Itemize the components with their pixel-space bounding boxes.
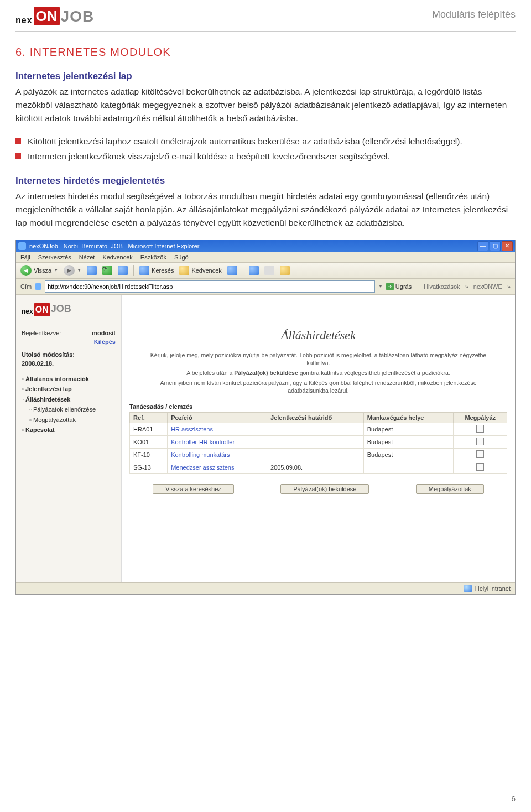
links-chevron-icon[interactable]: » [507,283,511,290]
cell-deadline [267,449,364,461]
back-label: Vissza [34,267,51,274]
chevron-down-icon[interactable]: ▼ [378,284,383,289]
col-place: Munkavégzés helye [363,413,454,423]
menu-view[interactable]: Nézet [79,254,95,261]
page-icon [35,283,41,290]
window-titlebar: nexONJob - Norbi_Bemutato_JOB - Microsof… [16,240,515,252]
close-button[interactable]: ✕ [502,241,513,251]
col-pos: Pozíció [168,413,267,423]
site-logo: nex ON JOB [22,301,116,316]
nav-contact[interactable]: Kapcsolat [22,425,116,435]
job-link[interactable]: HR asszisztens [171,426,213,433]
intranet-icon [464,585,472,592]
table-row: SG-13 Menedzser asszisztens 2005.09.08. [130,461,507,474]
apply-checkbox[interactable] [476,438,484,445]
maximize-button[interactable]: ▢ [490,241,501,251]
nav-tree: Általános információk Jelentkezési lap Á… [22,374,116,435]
nav-form[interactable]: Jelentkezési lap [22,384,116,394]
nav-check[interactable]: Pályázatok ellenőrzése [22,404,116,415]
lastmod-label: Utolsó módosítás: [22,350,116,360]
lastmod-value: 2008.02.18. [22,359,116,368]
subsection1-paragraph: A pályázók az internetes adatlap kitölté… [15,85,516,125]
table-row: KO01 Kontroller-HR kontroller Budapest [130,436,507,449]
star-icon [179,266,189,275]
back-to-search-button[interactable]: Vissza a kereséshez [153,484,234,494]
cell-deadline [267,436,364,449]
cell-place: Budapest [363,423,454,436]
cell-place: Budapest [363,449,454,461]
forward-button[interactable]: ► ▼ [64,265,81,276]
cell-deadline: 2005.09.08. [267,461,364,474]
back-icon: ◄ [20,265,32,276]
history-icon[interactable] [227,266,237,275]
logout-link[interactable]: Kilépés [94,339,116,345]
status-bar: Helyi intranet [16,582,515,594]
divider [15,31,516,32]
col-deadline: Jelentkezési határidő [267,413,364,423]
job-link[interactable]: Kontroller-HR kontroller [171,439,235,445]
job-link[interactable]: Kontrolling munkatárs [171,451,230,458]
menu-help[interactable]: Súgó [174,254,189,261]
toolbar-separator [243,265,243,276]
table-row: HRA01 HR asszisztens Budapest [130,423,507,436]
refresh-icon[interactable]: ⟳ [102,266,112,275]
bullet-item: Kitöltött jelentkezési laphoz csatolt ön… [15,135,516,148]
menu-file[interactable]: Fájl [20,254,30,261]
apply-checkbox[interactable] [476,463,484,471]
toolbar: ◄ Vissza ▼ ► ▼ ⟳ Keresés Kedvencek [16,263,515,279]
nav-applied[interactable]: Megpályázottak [22,415,116,425]
subsection1-title: Internetes jelentkezési lap [15,71,516,82]
home-icon[interactable] [118,266,128,275]
logo-text-on: ON [34,7,60,25]
apply-checkbox[interactable] [476,450,484,458]
info-text-3: Amennyiben nem kíván konkrét pozícióra p… [142,379,496,394]
cell-ref: SG-13 [130,461,168,474]
screenshot: nexONJob - Norbi_Bemutato_JOB - Microsof… [15,240,516,595]
subsection2-title: Internetes hirdetés megjelentetés [15,175,516,186]
subsection1-bullets: Kitöltött jelentkezési laphoz csatolt ön… [15,135,516,163]
mail-icon[interactable] [249,266,259,275]
menu-fav[interactable]: Kedvencek [102,254,132,261]
edit-icon[interactable] [280,266,290,275]
go-icon: ➜ [386,283,394,290]
address-bar: Cím ▼ ➜ Ugrás Hivatkozások » nexONWE » [16,279,515,295]
links-item[interactable]: nexONWE [473,283,502,290]
menubar: Fájl Szerkesztés Nézet Kedvencek Eszközö… [16,252,515,263]
menu-tools[interactable]: Eszközök [140,254,166,261]
back-button[interactable]: ◄ Vissza ▼ [20,265,58,276]
go-button[interactable]: ➜ Ugrás [386,283,412,290]
status-text: Helyi intranet [475,585,511,592]
logo-text-nex: nex [22,306,33,316]
logo: nex ON JOB [15,7,94,25]
stop-icon[interactable] [87,266,97,275]
favorites-button[interactable]: Kedvencek [179,266,221,275]
chevron-down-icon: ▼ [54,268,58,273]
cell-ref: KF-10 [130,449,168,461]
table-row: KF-10 Kontrolling munkatárs Budapest [130,449,507,461]
apply-checkbox[interactable] [476,425,484,433]
print-icon[interactable] [264,266,274,275]
nav-ads[interactable]: Álláshirdetések [22,394,116,405]
search-label: Keresés [152,267,174,274]
submit-applications-button[interactable]: Pályázat(ok) beküldése [280,484,369,494]
nav-general[interactable]: Általános információk [22,374,116,384]
links-chevron-icon[interactable]: » [465,283,468,290]
info-text-2: A bejelölés után a Pályázat(ok) beküldés… [142,369,496,377]
toolbar-separator [133,265,134,276]
address-label: Cím [20,283,32,290]
main-content: Álláshirdetések Kérjük, jelölje meg, mel… [122,295,515,582]
logo-text-nex: nex [15,15,33,25]
left-sidebar: nex ON JOB Bejelentkezve: modosit Kilépé… [16,295,122,582]
address-input[interactable] [45,280,375,293]
applied-button[interactable]: Megpályázottak [416,484,484,494]
col-ref: Ref. [130,413,168,423]
favorites-label: Kedvencek [191,267,221,274]
forward-icon: ► [64,265,75,276]
menu-edit[interactable]: Szerkesztés [38,254,71,261]
search-icon [139,266,149,275]
ie-icon [18,242,26,250]
job-link[interactable]: Menedzser asszisztens [171,464,234,471]
search-button[interactable]: Keresés [139,266,174,275]
bullet-item: Interneten jelentkezőknek visszajelző e-… [15,150,516,163]
minimize-button[interactable]: — [477,241,488,251]
